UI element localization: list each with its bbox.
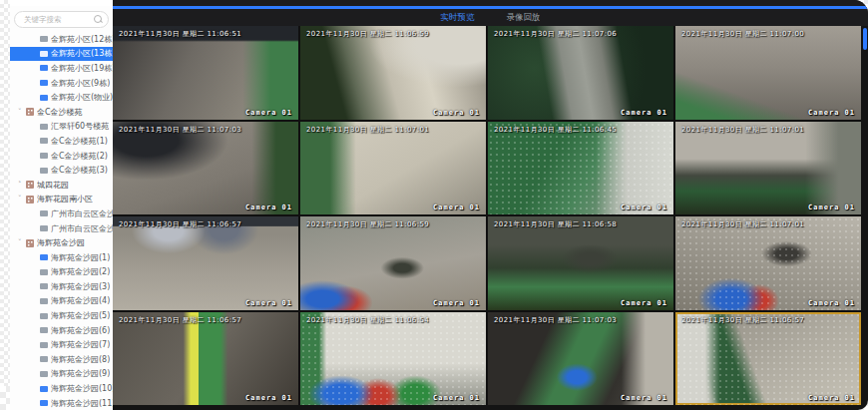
camera-icon xyxy=(40,342,48,348)
tree-item[interactable]: 金辉苑小区(9栋) xyxy=(10,76,113,91)
main-panel: 实时预览 录像回放 2021年11月30日 星期二 11:06:51 Camer… xyxy=(113,0,868,410)
camera-label: Camera 01 xyxy=(245,394,292,402)
camera-timestamp: 2021年11月30日 星期二 11:06:58 xyxy=(494,219,669,229)
tree-item[interactable]: 金辉苑小区(19栋) xyxy=(10,61,113,76)
camera-icon xyxy=(40,269,48,275)
camera-tile[interactable]: 2021年11月30日 星期二 11:06:59 Camera 01 xyxy=(300,216,486,310)
camera-icon xyxy=(40,138,48,144)
camera-label: Camera 01 xyxy=(808,394,855,402)
caret-icon[interactable]: ˅ xyxy=(18,239,26,246)
tree-item-label: 金C金沙楼苑 xyxy=(37,107,83,118)
caret-icon[interactable]: ˃ xyxy=(18,182,26,189)
tab-playback[interactable]: 录像回放 xyxy=(501,12,547,24)
camera-icon xyxy=(40,124,48,130)
camera-timestamp: 2021年11月30日 星期二 11:06:57 xyxy=(681,315,857,325)
caret-icon[interactable]: ˅ xyxy=(18,196,26,203)
tree-item[interactable]: 海辉苑金沙园(3) xyxy=(10,279,113,294)
camera-tile[interactable]: 2021年11月30日 星期二 11:06:51 Camera 01 xyxy=(113,26,298,120)
camera-icon xyxy=(40,210,48,216)
transparency-checker-left xyxy=(0,0,10,410)
camera-label: Camera 01 xyxy=(621,299,667,307)
tree-item-label: 金辉苑小区(12栋) xyxy=(51,34,113,45)
search-input[interactable] xyxy=(22,14,102,25)
tree-item-label: 海辉苑金沙园 xyxy=(37,237,85,248)
camera-icon xyxy=(40,225,48,231)
tree-item-label: 金辉苑小区(13栋) xyxy=(51,48,113,59)
tree-item-label: 海辉苑金沙园(4) xyxy=(51,295,110,306)
camera-icon xyxy=(40,254,48,260)
camera-grid: 2021年11月30日 星期二 11:06:51 Camera 01 2021年… xyxy=(113,26,861,405)
tree-item-label: 海辉苑金沙园(5) xyxy=(51,310,110,321)
camera-icon xyxy=(40,153,48,159)
camera-icon xyxy=(40,327,48,333)
tree-item[interactable]: 海辉苑金沙园(4) xyxy=(10,294,113,309)
tree-item[interactable]: ˅ 海辉苑金沙园 xyxy=(10,235,113,250)
camera-timestamp: 2021年11月30日 星期二 11:06:57 xyxy=(119,219,294,229)
camera-icon xyxy=(40,313,48,319)
camera-tile[interactable]: 2021年11月30日 星期二 11:07:01 Camera 01 xyxy=(675,122,861,215)
tree-item[interactable]: 汇翠轩60号楼苑 xyxy=(10,120,113,135)
tree-item[interactable]: 金辉苑小区(13栋) xyxy=(10,47,113,62)
tree-item[interactable]: 广州市白云区金沙 xyxy=(10,206,113,221)
camera-tile[interactable]: 2021年11月30日 星期二 11:07:03 Camera 01 xyxy=(113,122,298,215)
camera-icon xyxy=(40,400,48,406)
device-tree: 金辉苑小区(12栋) 金辉苑小区(13栋) 金辉苑小区(19栋) 金辉苑小区(9… xyxy=(10,32,113,410)
camera-tile[interactable]: 2021年11月30日 星期二 11:06:57 Camera 01 xyxy=(113,216,298,310)
camera-tile[interactable]: 2021年11月30日 星期二 11:06:54 Camera 01 xyxy=(300,312,486,406)
tree-item[interactable]: 海辉苑金沙园(2) xyxy=(10,265,113,280)
search-box[interactable] xyxy=(14,11,109,28)
tree-item[interactable]: 金辉苑小区(12栋) xyxy=(10,32,113,47)
tree-item[interactable]: 海辉苑金沙园(5) xyxy=(10,308,113,323)
camera-tile[interactable]: 2021年11月30日 星期二 11:06:57 Camera 01 xyxy=(113,312,298,406)
camera-tile[interactable]: 2021年11月30日 星期二 11:06:59 Camera 01 xyxy=(300,26,486,120)
camera-label: Camera 01 xyxy=(621,204,667,211)
camera-tile[interactable]: 2021年11月30日 星期二 11:07:06 Camera 01 xyxy=(488,26,673,120)
camera-icon xyxy=(40,283,48,289)
camera-label: Camera 01 xyxy=(621,394,667,402)
tree-item-label: 金辉苑小区(19栋) xyxy=(51,63,113,74)
tree-item-label: 金辉苑小区(物业) xyxy=(51,92,113,103)
camera-tile[interactable]: 2021年11月30日 星期二 11:07:00 Camera 01 xyxy=(675,26,861,120)
search-icon[interactable] xyxy=(94,15,102,23)
tree-item-label: 广州市白云区金沙 xyxy=(51,223,113,234)
tree-item[interactable]: ˅ 海辉花园南小区 xyxy=(10,193,113,207)
camera-label: Camera 01 xyxy=(808,299,855,307)
camera-tile[interactable]: 2021年11月30日 星期二 11:07:01 Camera 01 xyxy=(300,122,486,215)
camera-label: Camera 01 xyxy=(433,109,480,117)
tree-item[interactable]: 广州市白云区金沙 xyxy=(10,221,113,236)
camera-label: Camera 01 xyxy=(808,204,855,211)
camera-tile[interactable]: 2021年11月30日 星期二 11:07:01 Camera 01 xyxy=(675,216,861,310)
camera-tile[interactable]: 2021年11月30日 星期二 11:07:03 Camera 01 xyxy=(488,312,673,406)
camera-timestamp: 2021年11月30日 星期二 11:07:03 xyxy=(494,315,669,325)
tree-item[interactable]: 海辉苑金沙园(7) xyxy=(10,337,113,352)
tree-item[interactable]: 海辉苑金沙园(6) xyxy=(10,323,113,338)
camera-icon xyxy=(26,196,34,204)
tree-item-label: 海辉花园南小区 xyxy=(37,194,93,205)
camera-label: Camera 01 xyxy=(433,204,480,211)
tree-item-label: 海辉苑金沙园(7) xyxy=(51,339,110,350)
top-bar: 实时预览 录像回放 xyxy=(113,0,868,26)
tree-item[interactable]: ˃ 城四花园 xyxy=(10,178,113,193)
tree-item[interactable]: ˅ 金C金沙楼苑 xyxy=(10,105,113,120)
scrollbar-thumb[interactable] xyxy=(863,28,867,50)
camera-tile[interactable]: 2021年11月30日 星期二 11:06:45 Camera 01 xyxy=(488,122,673,215)
tree-item[interactable]: 海辉苑金沙园(9) xyxy=(10,367,113,382)
tree-item[interactable]: 海辉苑金沙园(8) xyxy=(10,352,113,367)
tree-item[interactable]: 海辉苑金沙园(11) xyxy=(10,396,113,410)
camera-label: Camera 01 xyxy=(433,299,480,307)
camera-tile[interactable]: 2021年11月30日 星期二 11:06:57 Camera 01 xyxy=(675,312,861,406)
caret-icon[interactable]: ˅ xyxy=(18,109,26,116)
tree-item[interactable]: 海辉苑金沙园(1) xyxy=(10,250,113,265)
tree-item[interactable]: 金C金沙楼苑(2) xyxy=(10,149,113,164)
camera-timestamp: 2021年11月30日 星期二 11:07:01 xyxy=(681,125,857,135)
camera-icon xyxy=(26,239,34,247)
tab-live-preview[interactable]: 实时预览 xyxy=(435,12,481,24)
camera-tile[interactable]: 2021年11月30日 星期二 11:06:58 Camera 01 xyxy=(488,216,673,310)
tree-item[interactable]: 海辉苑金沙园(10) xyxy=(10,381,113,396)
tree-item-label: 海辉苑金沙园(1) xyxy=(51,252,110,263)
tab-bar: 实时预览 录像回放 xyxy=(113,9,868,26)
tree-item[interactable]: 金辉苑小区(物业) xyxy=(10,90,113,105)
camera-icon xyxy=(40,65,48,71)
tree-item[interactable]: 金C金沙楼苑(3) xyxy=(10,163,113,178)
tree-item[interactable]: 金C金沙楼苑(1) xyxy=(10,134,113,149)
